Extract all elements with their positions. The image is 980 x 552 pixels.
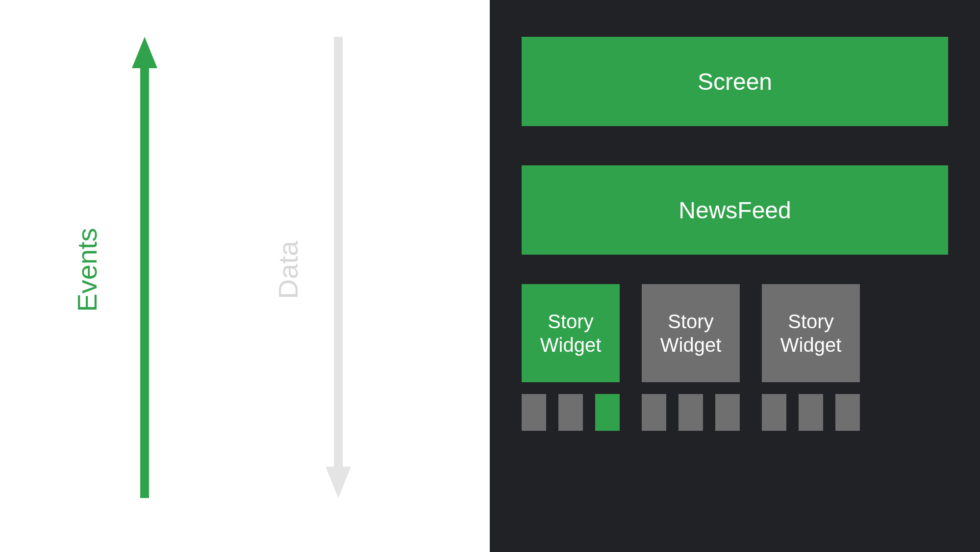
events-arrow-container: Events [125, 37, 164, 503]
arrow-down-icon [324, 37, 353, 498]
small-boxes-group-3 [762, 394, 860, 431]
data-label: Data [272, 241, 304, 299]
svg-rect-2 [334, 37, 343, 469]
leaf-box [835, 394, 860, 431]
story-widget-label: Story Widget [780, 310, 842, 357]
screen-box: Screen [522, 37, 948, 126]
leaf-box [558, 394, 583, 431]
small-boxes-group-2 [642, 394, 740, 431]
small-boxes-group-1 [522, 394, 620, 431]
leaf-box [715, 394, 740, 431]
leaf-box [522, 394, 546, 431]
story-widget-label: Story Widget [540, 310, 602, 357]
data-arrow-container: Data [319, 37, 358, 503]
leaf-box [762, 394, 786, 431]
newsfeed-label: NewsFeed [678, 197, 791, 224]
svg-marker-3 [326, 467, 351, 498]
leaf-box [642, 394, 666, 431]
small-boxes-row [522, 394, 948, 431]
screen-label: Screen [698, 68, 772, 95]
svg-marker-0 [132, 37, 157, 68]
leaf-box [799, 394, 823, 431]
leaf-box-active [595, 394, 620, 431]
widgets-row: Story Widget Story Widget Story Widget [522, 284, 948, 382]
newsfeed-box: NewsFeed [522, 165, 948, 255]
story-widget-3: Story Widget [762, 284, 860, 382]
right-panel: Screen NewsFeed Story Widget Story Widge… [490, 0, 980, 552]
story-widget-2: Story Widget [642, 284, 740, 382]
leaf-box [678, 394, 703, 431]
story-widget-label: Story Widget [660, 310, 722, 357]
arrow-up-icon [130, 37, 159, 498]
left-panel: Events Data [0, 0, 490, 552]
story-widget-1: Story Widget [522, 284, 620, 382]
svg-rect-1 [140, 66, 149, 498]
events-label: Events [71, 228, 103, 312]
